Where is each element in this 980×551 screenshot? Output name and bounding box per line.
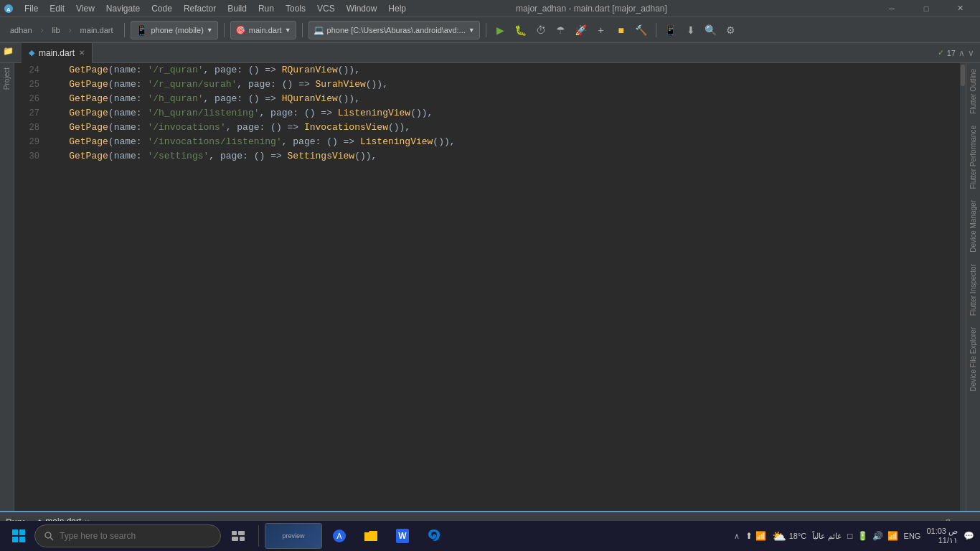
device-manager-button[interactable]: 📱 xyxy=(662,22,679,39)
tab-close-icon[interactable]: ✕ xyxy=(79,49,85,57)
device-manager-tab[interactable]: Device Manager xyxy=(966,194,980,258)
minimize-button[interactable]: ─ xyxy=(875,0,908,17)
svg-rect-9 xyxy=(238,531,245,535)
taskbar-search-input[interactable] xyxy=(60,531,203,541)
clock-date: 11/١١ xyxy=(938,536,958,545)
toolbar-sep2 xyxy=(224,23,225,37)
main-content-area: Project 24 GetPage(name: '/r_quran', pag… xyxy=(0,63,980,511)
device-dropdown[interactable]: 📱 phone (mobile) ▼ xyxy=(131,21,217,39)
stop-button[interactable]: ■ xyxy=(613,22,630,39)
file-config-chevron-icon: ▼ xyxy=(285,27,291,34)
taskbar-app-store[interactable]: A xyxy=(326,523,352,549)
taskbar: preview A W ∧ ⬆ 📶 xyxy=(0,521,980,551)
device-label: phone (mobile) xyxy=(151,26,203,34)
menu-edit[interactable]: Edit xyxy=(44,0,70,17)
menu-build[interactable]: Build xyxy=(222,0,253,17)
taskbar-app-word[interactable]: W xyxy=(390,523,415,549)
temperature: 18°C xyxy=(789,532,807,540)
menu-window[interactable]: Window xyxy=(341,0,383,17)
tray-network-icon[interactable]: 📶 xyxy=(755,531,766,541)
flutter-outline-tab[interactable]: Flutter Outline xyxy=(966,63,980,120)
left-vertical-tabs: Project xyxy=(0,63,14,511)
window-controls: ─ □ ✕ xyxy=(875,0,977,17)
language-indicator[interactable]: ENG xyxy=(904,532,921,540)
weather-widget[interactable]: ⛅ 18°C xyxy=(772,529,807,543)
svg-point-6 xyxy=(45,532,51,538)
taskbar-app-thumbnail[interactable]: preview xyxy=(265,523,322,549)
network-icon[interactable]: 🔊 xyxy=(872,531,883,541)
flutter-inspector-tab[interactable]: Flutter Inspector xyxy=(966,258,980,321)
system-icons: □ 🔋 🔊 📶 xyxy=(847,531,897,541)
run-button[interactable]: ▶ xyxy=(492,22,509,39)
emulator-label: phone [C:\Users\Aburas\.android\avd:... xyxy=(327,26,466,34)
flutter-performance-tab[interactable]: Flutter Performance xyxy=(966,120,980,194)
search-button[interactable]: 🔍 xyxy=(702,22,720,39)
close-button[interactable]: ✕ xyxy=(944,0,977,17)
editor-scrollbar-thumb[interactable] xyxy=(961,65,965,86)
notification-button[interactable]: 💬 xyxy=(963,531,974,541)
editor-tabs: 📁 ◆ main.dart ✕ ✓ 17 ∧ ∨ xyxy=(0,43,980,63)
taskbar-app-files[interactable] xyxy=(358,523,384,549)
coverage-button[interactable]: ☂ xyxy=(552,22,570,39)
code-line-30: 30 GetPage(name: '/settings', page: () =… xyxy=(14,149,966,164)
svg-rect-11 xyxy=(240,537,245,541)
code-line-28: 28 GetPage(name: '/invocations', page: (… xyxy=(14,121,966,135)
toolbar-sep1 xyxy=(124,23,125,37)
menu-code[interactable]: Code xyxy=(146,0,178,17)
menu-vcs[interactable]: VCS xyxy=(311,0,341,17)
svg-rect-4 xyxy=(12,537,18,542)
breadcrumb-file[interactable]: main.dart xyxy=(75,24,119,37)
system-tray: ∧ ⬆ 📶 ⛅ 18°C غائم عالياً □ 🔋 🔊 📶 ENG 01:… xyxy=(734,527,974,545)
menu-help[interactable]: Help xyxy=(382,0,412,17)
settings-button[interactable]: ⚙ xyxy=(722,22,740,39)
editor-scrollbar[interactable] xyxy=(960,63,966,511)
taskbar-app-taskview[interactable] xyxy=(225,523,251,549)
emulator-dropdown[interactable]: 💻 phone [C:\Users\Aburas\.android\avd:..… xyxy=(308,21,480,39)
action-center-icon[interactable]: □ xyxy=(847,531,852,541)
sdk-manager-button[interactable]: ⬇ xyxy=(682,22,699,39)
breadcrumb-adhan[interactable]: adhan xyxy=(4,24,38,37)
taskbar-search[interactable] xyxy=(34,524,221,547)
weather-label: غائم عالياً xyxy=(812,532,842,541)
editor-tab-main[interactable]: ◆ main.dart ✕ xyxy=(22,43,93,63)
add-config-button[interactable]: + xyxy=(593,22,610,39)
project-tab[interactable]: Project xyxy=(1,63,12,94)
svg-text:W: W xyxy=(398,531,407,541)
device-file-explorer-tab[interactable]: Device File Explorer xyxy=(966,321,980,397)
flutter-run-button[interactable]: 🚀 xyxy=(573,22,590,39)
menu-refactor[interactable]: Refactor xyxy=(178,0,222,17)
expand-icon[interactable]: ∧ xyxy=(958,48,965,58)
menu-tools[interactable]: Tools xyxy=(280,0,311,17)
code-line-29: 29 GetPage(name: '/invocations/listening… xyxy=(14,135,966,149)
code-line-24: 24 GetPage(name: '/r_quran', page: () =>… xyxy=(14,63,966,77)
volume-icon[interactable]: 📶 xyxy=(887,531,898,541)
taskbar-app-edge[interactable] xyxy=(421,523,447,549)
svg-text:A: A xyxy=(336,532,342,540)
profile-button[interactable]: ⏱ xyxy=(532,22,550,39)
svg-text:A: A xyxy=(6,6,11,13)
lint-count: 17 xyxy=(947,49,956,57)
debug-button[interactable]: 🐛 xyxy=(512,22,529,39)
file-config-dropdown[interactable]: 🎯 main.dart ▼ xyxy=(230,21,296,39)
taskbar-search-icon xyxy=(44,531,54,541)
menu-bar: A File Edit View Navigate Code Refactor … xyxy=(0,0,980,17)
tray-update-icon[interactable]: ⬆ xyxy=(745,531,753,541)
app-icon: A xyxy=(3,3,14,14)
show-hidden-icons-button[interactable]: ∧ xyxy=(734,532,740,541)
menu-view[interactable]: View xyxy=(70,0,100,17)
code-editor[interactable]: 24 GetPage(name: '/r_quran', page: () =>… xyxy=(14,63,966,511)
battery-icon[interactable]: 🔋 xyxy=(857,531,868,541)
project-name: adhan xyxy=(10,26,32,34)
menu-file[interactable]: File xyxy=(19,0,44,17)
menu-navigate[interactable]: Navigate xyxy=(100,0,146,17)
svg-rect-2 xyxy=(12,529,18,535)
project-panel-toggle[interactable]: 📁 xyxy=(3,46,14,56)
collapse-icon[interactable]: ∨ xyxy=(968,48,974,58)
menu-run[interactable]: Run xyxy=(253,0,280,17)
code-line-27: 27 GetPage(name: '/h_quran/listening', p… xyxy=(14,106,966,121)
build-button[interactable]: 🔨 xyxy=(633,22,650,39)
start-button[interactable] xyxy=(6,523,32,549)
breadcrumb-lib[interactable]: lib xyxy=(47,24,66,37)
maximize-button[interactable]: □ xyxy=(910,0,943,17)
clock[interactable]: 01:03 ص 11/١١ xyxy=(926,527,958,545)
